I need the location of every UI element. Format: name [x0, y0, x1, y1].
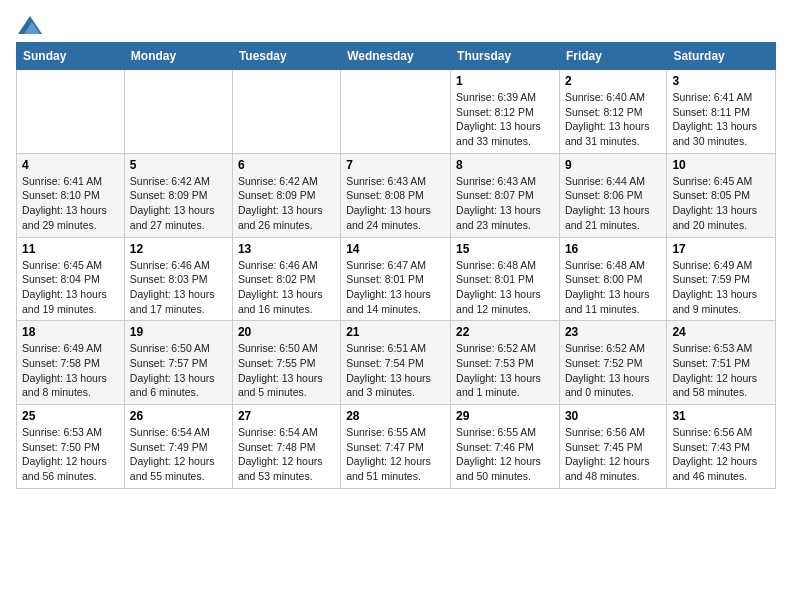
day-info: Sunrise: 6:43 AM Sunset: 8:07 PM Dayligh…: [456, 174, 554, 233]
day-info: Sunrise: 6:56 AM Sunset: 7:43 PM Dayligh…: [672, 425, 770, 484]
day-number: 31: [672, 409, 770, 423]
day-info: Sunrise: 6:54 AM Sunset: 7:49 PM Dayligh…: [130, 425, 227, 484]
day-cell: 6Sunrise: 6:42 AM Sunset: 8:09 PM Daylig…: [232, 153, 340, 237]
day-cell: 16Sunrise: 6:48 AM Sunset: 8:00 PM Dayli…: [559, 237, 666, 321]
day-cell: 21Sunrise: 6:51 AM Sunset: 7:54 PM Dayli…: [341, 321, 451, 405]
day-cell: [17, 70, 125, 154]
day-cell: 27Sunrise: 6:54 AM Sunset: 7:48 PM Dayli…: [232, 405, 340, 489]
calendar-table: SundayMondayTuesdayWednesdayThursdayFrid…: [16, 42, 776, 489]
day-cell: 29Sunrise: 6:55 AM Sunset: 7:46 PM Dayli…: [451, 405, 560, 489]
day-info: Sunrise: 6:49 AM Sunset: 7:58 PM Dayligh…: [22, 341, 119, 400]
day-number: 14: [346, 242, 445, 256]
day-number: 29: [456, 409, 554, 423]
day-number: 22: [456, 325, 554, 339]
week-row-4: 18Sunrise: 6:49 AM Sunset: 7:58 PM Dayli…: [17, 321, 776, 405]
day-number: 19: [130, 325, 227, 339]
day-info: Sunrise: 6:55 AM Sunset: 7:46 PM Dayligh…: [456, 425, 554, 484]
day-cell: 28Sunrise: 6:55 AM Sunset: 7:47 PM Dayli…: [341, 405, 451, 489]
weekday-header-row: SundayMondayTuesdayWednesdayThursdayFrid…: [17, 43, 776, 70]
day-number: 20: [238, 325, 335, 339]
day-info: Sunrise: 6:48 AM Sunset: 8:01 PM Dayligh…: [456, 258, 554, 317]
day-info: Sunrise: 6:50 AM Sunset: 7:57 PM Dayligh…: [130, 341, 227, 400]
day-number: 18: [22, 325, 119, 339]
day-info: Sunrise: 6:49 AM Sunset: 7:59 PM Dayligh…: [672, 258, 770, 317]
week-row-1: 1Sunrise: 6:39 AM Sunset: 8:12 PM Daylig…: [17, 70, 776, 154]
day-number: 2: [565, 74, 661, 88]
day-cell: 7Sunrise: 6:43 AM Sunset: 8:08 PM Daylig…: [341, 153, 451, 237]
day-cell: 23Sunrise: 6:52 AM Sunset: 7:52 PM Dayli…: [559, 321, 666, 405]
day-number: 6: [238, 158, 335, 172]
day-info: Sunrise: 6:53 AM Sunset: 7:51 PM Dayligh…: [672, 341, 770, 400]
day-cell: [341, 70, 451, 154]
day-info: Sunrise: 6:53 AM Sunset: 7:50 PM Dayligh…: [22, 425, 119, 484]
day-info: Sunrise: 6:45 AM Sunset: 8:04 PM Dayligh…: [22, 258, 119, 317]
day-cell: 1Sunrise: 6:39 AM Sunset: 8:12 PM Daylig…: [451, 70, 560, 154]
day-number: 10: [672, 158, 770, 172]
day-cell: 10Sunrise: 6:45 AM Sunset: 8:05 PM Dayli…: [667, 153, 776, 237]
day-info: Sunrise: 6:43 AM Sunset: 8:08 PM Dayligh…: [346, 174, 445, 233]
day-cell: 4Sunrise: 6:41 AM Sunset: 8:10 PM Daylig…: [17, 153, 125, 237]
day-cell: 11Sunrise: 6:45 AM Sunset: 8:04 PM Dayli…: [17, 237, 125, 321]
day-cell: 15Sunrise: 6:48 AM Sunset: 8:01 PM Dayli…: [451, 237, 560, 321]
day-cell: 13Sunrise: 6:46 AM Sunset: 8:02 PM Dayli…: [232, 237, 340, 321]
day-info: Sunrise: 6:47 AM Sunset: 8:01 PM Dayligh…: [346, 258, 445, 317]
weekday-wednesday: Wednesday: [341, 43, 451, 70]
day-info: Sunrise: 6:45 AM Sunset: 8:05 PM Dayligh…: [672, 174, 770, 233]
calendar-body: 1Sunrise: 6:39 AM Sunset: 8:12 PM Daylig…: [17, 70, 776, 489]
day-info: Sunrise: 6:41 AM Sunset: 8:11 PM Dayligh…: [672, 90, 770, 149]
day-number: 28: [346, 409, 445, 423]
weekday-saturday: Saturday: [667, 43, 776, 70]
day-info: Sunrise: 6:56 AM Sunset: 7:45 PM Dayligh…: [565, 425, 661, 484]
day-cell: 19Sunrise: 6:50 AM Sunset: 7:57 PM Dayli…: [124, 321, 232, 405]
day-cell: 24Sunrise: 6:53 AM Sunset: 7:51 PM Dayli…: [667, 321, 776, 405]
day-number: 11: [22, 242, 119, 256]
day-number: 16: [565, 242, 661, 256]
day-info: Sunrise: 6:41 AM Sunset: 8:10 PM Dayligh…: [22, 174, 119, 233]
calendar-header: SundayMondayTuesdayWednesdayThursdayFrid…: [17, 43, 776, 70]
weekday-monday: Monday: [124, 43, 232, 70]
day-number: 7: [346, 158, 445, 172]
weekday-tuesday: Tuesday: [232, 43, 340, 70]
day-cell: 17Sunrise: 6:49 AM Sunset: 7:59 PM Dayli…: [667, 237, 776, 321]
day-info: Sunrise: 6:50 AM Sunset: 7:55 PM Dayligh…: [238, 341, 335, 400]
logo-icon: [18, 16, 42, 34]
day-cell: [124, 70, 232, 154]
day-number: 4: [22, 158, 119, 172]
day-info: Sunrise: 6:46 AM Sunset: 8:03 PM Dayligh…: [130, 258, 227, 317]
day-number: 13: [238, 242, 335, 256]
day-cell: 8Sunrise: 6:43 AM Sunset: 8:07 PM Daylig…: [451, 153, 560, 237]
day-cell: 22Sunrise: 6:52 AM Sunset: 7:53 PM Dayli…: [451, 321, 560, 405]
day-cell: 5Sunrise: 6:42 AM Sunset: 8:09 PM Daylig…: [124, 153, 232, 237]
day-cell: 3Sunrise: 6:41 AM Sunset: 8:11 PM Daylig…: [667, 70, 776, 154]
day-number: 23: [565, 325, 661, 339]
day-info: Sunrise: 6:54 AM Sunset: 7:48 PM Dayligh…: [238, 425, 335, 484]
week-row-3: 11Sunrise: 6:45 AM Sunset: 8:04 PM Dayli…: [17, 237, 776, 321]
day-cell: 18Sunrise: 6:49 AM Sunset: 7:58 PM Dayli…: [17, 321, 125, 405]
day-info: Sunrise: 6:40 AM Sunset: 8:12 PM Dayligh…: [565, 90, 661, 149]
week-row-5: 25Sunrise: 6:53 AM Sunset: 7:50 PM Dayli…: [17, 405, 776, 489]
page-header: [16, 16, 776, 30]
day-cell: 20Sunrise: 6:50 AM Sunset: 7:55 PM Dayli…: [232, 321, 340, 405]
day-info: Sunrise: 6:55 AM Sunset: 7:47 PM Dayligh…: [346, 425, 445, 484]
day-info: Sunrise: 6:42 AM Sunset: 8:09 PM Dayligh…: [238, 174, 335, 233]
day-cell: 2Sunrise: 6:40 AM Sunset: 8:12 PM Daylig…: [559, 70, 666, 154]
day-info: Sunrise: 6:52 AM Sunset: 7:52 PM Dayligh…: [565, 341, 661, 400]
day-number: 8: [456, 158, 554, 172]
day-number: 15: [456, 242, 554, 256]
day-number: 25: [22, 409, 119, 423]
day-number: 3: [672, 74, 770, 88]
day-info: Sunrise: 6:42 AM Sunset: 8:09 PM Dayligh…: [130, 174, 227, 233]
day-number: 9: [565, 158, 661, 172]
day-cell: 9Sunrise: 6:44 AM Sunset: 8:06 PM Daylig…: [559, 153, 666, 237]
day-number: 12: [130, 242, 227, 256]
day-info: Sunrise: 6:52 AM Sunset: 7:53 PM Dayligh…: [456, 341, 554, 400]
day-number: 5: [130, 158, 227, 172]
week-row-2: 4Sunrise: 6:41 AM Sunset: 8:10 PM Daylig…: [17, 153, 776, 237]
day-cell: 30Sunrise: 6:56 AM Sunset: 7:45 PM Dayli…: [559, 405, 666, 489]
day-info: Sunrise: 6:48 AM Sunset: 8:00 PM Dayligh…: [565, 258, 661, 317]
day-number: 26: [130, 409, 227, 423]
day-number: 27: [238, 409, 335, 423]
day-info: Sunrise: 6:46 AM Sunset: 8:02 PM Dayligh…: [238, 258, 335, 317]
day-info: Sunrise: 6:44 AM Sunset: 8:06 PM Dayligh…: [565, 174, 661, 233]
day-cell: 12Sunrise: 6:46 AM Sunset: 8:03 PM Dayli…: [124, 237, 232, 321]
